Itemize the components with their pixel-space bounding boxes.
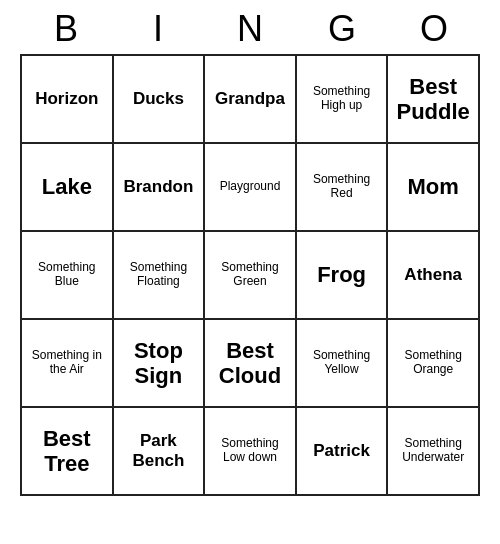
cell-text-1-4: Mom xyxy=(408,174,459,199)
bingo-cell-1-4: Mom xyxy=(388,144,480,232)
cell-text-3-4: Something Orange xyxy=(392,349,474,377)
cell-text-0-1: Ducks xyxy=(133,89,184,109)
bingo-grid: HorizonDucksGrandpaSomething High upBest… xyxy=(20,54,480,496)
cell-text-4-3: Patrick xyxy=(313,441,370,461)
cell-text-4-4: Something Underwater xyxy=(392,437,474,465)
cell-text-1-3: Something Red xyxy=(301,173,383,201)
bingo-cell-2-3: Frog xyxy=(297,232,389,320)
bingo-cell-2-1: Something Floating xyxy=(114,232,206,320)
cell-text-2-0: Something Blue xyxy=(26,261,108,289)
bingo-letter-g: G xyxy=(300,8,384,50)
bingo-cell-3-3: Something Yellow xyxy=(297,320,389,408)
bingo-cell-4-2: Something Low down xyxy=(205,408,297,496)
bingo-cell-1-1: Brandon xyxy=(114,144,206,232)
bingo-cell-4-0: Best Tree xyxy=(22,408,114,496)
bingo-cell-3-2: Best Cloud xyxy=(205,320,297,408)
cell-text-4-0: Best Tree xyxy=(26,426,108,477)
bingo-cell-2-2: Something Green xyxy=(205,232,297,320)
bingo-cell-4-1: Park Bench xyxy=(114,408,206,496)
cell-text-0-0: Horizon xyxy=(35,89,98,109)
cell-text-2-2: Something Green xyxy=(209,261,291,289)
bingo-cell-0-0: Horizon xyxy=(22,56,114,144)
bingo-cell-4-3: Patrick xyxy=(297,408,389,496)
cell-text-0-4: Best Puddle xyxy=(392,74,474,125)
cell-text-0-3: Something High up xyxy=(301,85,383,113)
bingo-cell-2-4: Athena xyxy=(388,232,480,320)
bingo-cell-0-1: Ducks xyxy=(114,56,206,144)
bingo-cell-3-0: Something in the Air xyxy=(22,320,114,408)
bingo-row-0: HorizonDucksGrandpaSomething High upBest… xyxy=(22,56,480,144)
bingo-row-4: Best TreePark BenchSomething Low downPat… xyxy=(22,408,480,496)
cell-text-3-1: Stop Sign xyxy=(118,338,200,389)
cell-text-2-4: Athena xyxy=(404,265,462,285)
cell-text-3-3: Something Yellow xyxy=(301,349,383,377)
cell-text-3-2: Best Cloud xyxy=(209,338,291,389)
bingo-cell-1-3: Something Red xyxy=(297,144,389,232)
bingo-cell-0-3: Something High up xyxy=(297,56,389,144)
bingo-cell-1-0: Lake xyxy=(22,144,114,232)
bingo-cell-2-0: Something Blue xyxy=(22,232,114,320)
cell-text-0-2: Grandpa xyxy=(215,89,285,109)
bingo-row-2: Something BlueSomething FloatingSomethin… xyxy=(22,232,480,320)
bingo-cell-0-4: Best Puddle xyxy=(388,56,480,144)
bingo-letter-b: B xyxy=(24,8,108,50)
cell-text-1-1: Brandon xyxy=(123,177,193,197)
cell-text-1-2: Playground xyxy=(220,180,281,194)
cell-text-2-3: Frog xyxy=(317,262,366,287)
cell-text-4-2: Something Low down xyxy=(209,437,291,465)
bingo-cell-0-2: Grandpa xyxy=(205,56,297,144)
cell-text-1-0: Lake xyxy=(42,174,92,199)
bingo-header: BINGO xyxy=(20,0,480,54)
cell-text-2-1: Something Floating xyxy=(118,261,200,289)
cell-text-4-1: Park Bench xyxy=(118,431,200,470)
cell-text-3-0: Something in the Air xyxy=(26,349,108,377)
bingo-letter-o: O xyxy=(392,8,476,50)
bingo-cell-3-4: Something Orange xyxy=(388,320,480,408)
bingo-letter-i: I xyxy=(116,8,200,50)
bingo-cell-1-2: Playground xyxy=(205,144,297,232)
bingo-cell-3-1: Stop Sign xyxy=(114,320,206,408)
bingo-row-3: Something in the AirStop SignBest CloudS… xyxy=(22,320,480,408)
bingo-cell-4-4: Something Underwater xyxy=(388,408,480,496)
bingo-row-1: LakeBrandonPlaygroundSomething RedMom xyxy=(22,144,480,232)
bingo-letter-n: N xyxy=(208,8,292,50)
